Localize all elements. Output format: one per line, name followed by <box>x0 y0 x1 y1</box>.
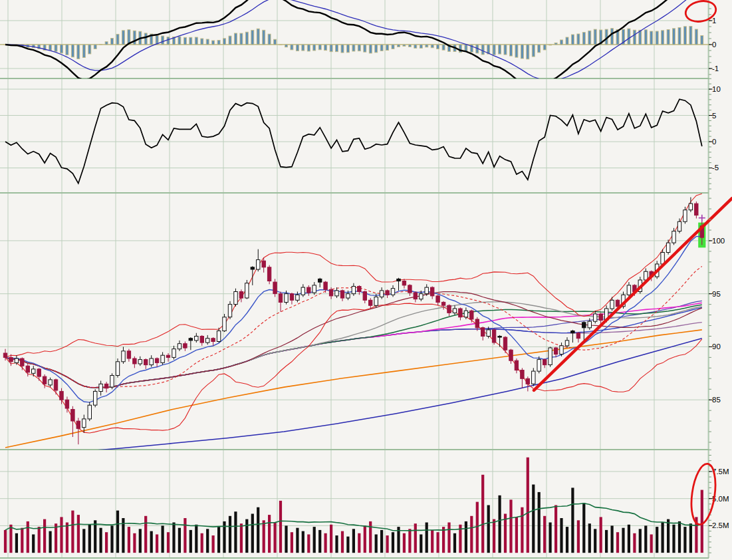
volume-bar <box>172 523 175 553</box>
candle-body <box>616 300 619 307</box>
volume-bar <box>346 537 349 553</box>
volume-bar <box>206 529 209 553</box>
macd-histogram-bar <box>375 45 378 53</box>
volume-bar <box>240 523 243 553</box>
candle-body <box>576 333 580 339</box>
macd-histogram-bar <box>229 36 231 45</box>
volume-bar <box>386 535 389 553</box>
volume-bar <box>150 531 153 553</box>
candle-body <box>71 410 74 422</box>
candle-body <box>346 294 350 298</box>
volume-bar <box>594 529 596 553</box>
macd-histogram-bar <box>527 45 529 59</box>
candle-body <box>543 360 547 365</box>
candle-body <box>217 331 220 342</box>
macd-histogram-bar <box>330 45 332 52</box>
macd-histogram-bar <box>71 45 74 57</box>
candle-body <box>481 328 485 337</box>
volume-bar <box>369 521 372 553</box>
volume-bar <box>162 525 164 553</box>
macd-histogram-bar <box>324 45 327 51</box>
macd-histogram-bar <box>426 45 428 47</box>
axis-label-price-90: 90 <box>712 343 721 350</box>
volume-bar <box>667 519 670 553</box>
macd-histogram-bar <box>105 42 108 45</box>
macd-histogram-bar <box>217 41 220 45</box>
volume-bar <box>82 529 85 553</box>
candle-body <box>363 292 366 301</box>
volume-bar <box>27 521 29 553</box>
axis-label-macd-1: 1 <box>712 17 716 25</box>
volume-bar <box>470 516 473 553</box>
macd-histogram-bar <box>510 45 513 56</box>
volume-bar <box>195 525 197 553</box>
candle-body <box>122 351 125 362</box>
macd-histogram-bar <box>532 45 535 57</box>
macd-histogram-bar <box>667 30 670 45</box>
volume-bar <box>43 519 46 553</box>
candle-body <box>267 267 271 281</box>
candle-body <box>397 279 400 281</box>
candle-body <box>498 337 501 338</box>
macd-histogram-bar <box>678 27 681 45</box>
macd-histogram-bar <box>358 45 360 51</box>
volume-bar <box>212 535 215 553</box>
macd-histogram-bar <box>560 40 563 45</box>
macd-histogram-bar <box>223 39 226 45</box>
macd-histogram-bar <box>116 34 119 45</box>
macd-histogram-bar <box>122 31 124 45</box>
candle-body <box>127 351 130 358</box>
volume-bar <box>4 530 7 553</box>
axis-label-volume-2.5M: 2.5M <box>712 521 729 529</box>
macd-histogram-bar <box>386 45 389 51</box>
macd-histogram-bar <box>88 45 91 54</box>
volume-bar <box>447 523 450 553</box>
volume-bar <box>55 523 57 553</box>
multi-panel-stock-chart: 10-11050-51009590857.5M5.0M2.5M <box>0 0 732 560</box>
macd-histogram-bar <box>695 29 697 45</box>
volume-bar <box>60 517 62 553</box>
candle-body <box>683 210 687 222</box>
candle-body <box>414 293 417 299</box>
candle-body <box>60 391 63 400</box>
candle-body <box>49 380 52 385</box>
volume-bar <box>487 505 490 553</box>
macd-histogram-bar <box>633 30 636 45</box>
candle-body <box>285 294 288 303</box>
macd-histogram-bar <box>257 29 259 45</box>
candle-body <box>402 281 406 285</box>
volume-bar <box>71 511 74 553</box>
candle-body <box>537 360 541 372</box>
candle-body <box>43 376 46 384</box>
macd-histogram-bar <box>577 34 580 45</box>
volume-bar <box>128 527 130 553</box>
volume-bar <box>49 531 52 553</box>
macd-histogram-bar <box>582 33 585 45</box>
macd-histogram-bar <box>291 45 293 50</box>
macd-histogram-bar <box>515 45 518 57</box>
volume-bar <box>442 527 445 553</box>
volume-bar <box>201 533 203 553</box>
candle-body <box>195 337 198 341</box>
candle-body <box>374 297 378 306</box>
volume-bar <box>156 535 158 553</box>
volume-bar <box>582 503 585 553</box>
macd-histogram-bar <box>650 31 653 45</box>
volume-bar <box>285 525 287 553</box>
candle-body <box>273 282 277 294</box>
candle-body <box>206 339 209 343</box>
volume-bar <box>352 529 355 553</box>
macd-histogram-bar <box>639 30 642 45</box>
macd-histogram-bar <box>689 27 692 45</box>
volume-bar <box>616 532 619 553</box>
volume-bar <box>499 495 501 553</box>
volume-bar <box>521 507 523 553</box>
volume-bar <box>437 532 439 553</box>
candle-body <box>391 289 394 295</box>
candle-body <box>408 285 412 293</box>
candle-body <box>492 330 495 343</box>
macd-histogram-bar <box>392 45 394 49</box>
volume-bar <box>217 527 220 553</box>
macd-histogram-bar <box>82 45 85 58</box>
volume-bar <box>644 525 647 553</box>
